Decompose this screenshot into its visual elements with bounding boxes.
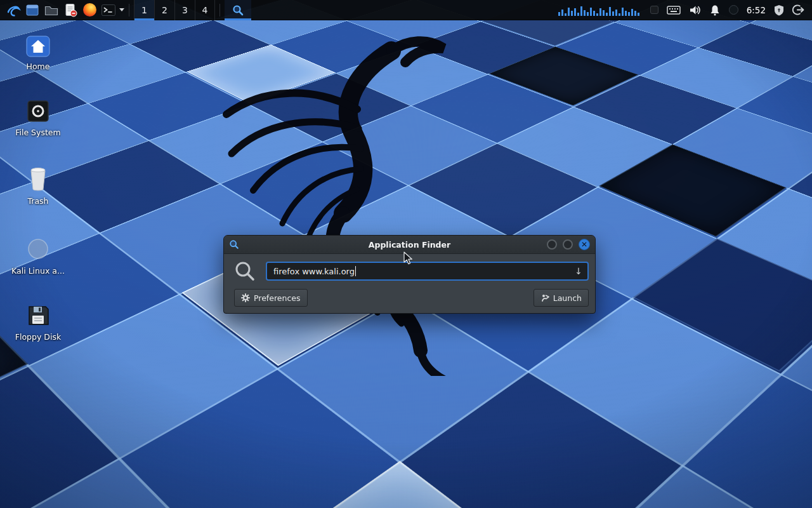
window-icon bbox=[229, 239, 239, 250]
panel-separator bbox=[129, 4, 129, 17]
logout-icon[interactable] bbox=[792, 4, 804, 16]
desktop-icon-filesystem[interactable]: File System bbox=[8, 99, 69, 137]
taskbar-application-finder-button[interactable] bbox=[225, 0, 251, 20]
kali-ghost-icon bbox=[25, 236, 51, 262]
power-manager-icon[interactable] bbox=[729, 5, 738, 15]
application-finder-window: Application Finder ✕ firefox www.kali.or… bbox=[223, 235, 596, 314]
folder-launcher[interactable] bbox=[42, 1, 61, 20]
terminal-launcher[interactable] bbox=[99, 1, 118, 20]
dropdown-arrow-icon[interactable]: ↓ bbox=[575, 266, 582, 276]
kali-dragon-logo bbox=[168, 33, 574, 376]
audio-visualizer-graph bbox=[558, 4, 642, 16]
firefox-launcher[interactable] bbox=[80, 1, 99, 20]
maximize-button[interactable] bbox=[563, 239, 573, 250]
desktop-icon-label: Floppy Disk bbox=[15, 332, 61, 342]
file-system-icon bbox=[26, 99, 50, 123]
clock[interactable]: 6:52 bbox=[747, 5, 766, 15]
system-tray: 6:52 bbox=[558, 4, 808, 16]
folder-icon bbox=[44, 4, 58, 17]
kali-menu-button[interactable] bbox=[4, 1, 23, 20]
home-icon bbox=[26, 36, 50, 57]
desktop-icon-label: Home bbox=[27, 62, 50, 71]
text-editor-launcher[interactable] bbox=[61, 1, 80, 20]
launch-icon bbox=[540, 293, 549, 302]
desktop-icon-home[interactable]: Home bbox=[8, 36, 69, 71]
workspace-4[interactable]: 4 bbox=[195, 0, 215, 20]
monitor-applet-icon[interactable] bbox=[650, 6, 658, 14]
top-panel: 1 2 3 4 bbox=[0, 0, 812, 20]
dialog-body: firefox www.kali.org ↓ bbox=[224, 254, 595, 313]
terminal-icon bbox=[101, 3, 116, 17]
gear-icon bbox=[241, 293, 250, 302]
desktop-icon-kali-docs[interactable]: Kali Linux a... bbox=[8, 236, 69, 276]
desktop-icon-label: Kali Linux a... bbox=[11, 266, 65, 276]
launch-button-label: Launch bbox=[553, 293, 582, 303]
workspace-3[interactable]: 3 bbox=[174, 0, 195, 20]
launch-button[interactable]: Launch bbox=[534, 289, 589, 307]
volume-icon[interactable] bbox=[689, 4, 701, 16]
preferences-button-label: Preferences bbox=[254, 293, 301, 303]
trash-icon bbox=[27, 166, 49, 192]
file-manager-launcher[interactable] bbox=[23, 1, 42, 20]
close-button[interactable]: ✕ bbox=[579, 239, 590, 250]
desktop-icon-floppy[interactable]: Floppy Disk bbox=[8, 304, 69, 342]
floppy-disk-icon bbox=[26, 304, 50, 328]
workspace-2[interactable]: 2 bbox=[154, 0, 174, 20]
search-icon bbox=[234, 260, 256, 282]
keyboard-indicator-icon[interactable] bbox=[667, 6, 681, 15]
screen-lock-shield-icon[interactable] bbox=[774, 4, 784, 16]
desktop-icon-label: Trash bbox=[27, 196, 48, 206]
firefox-icon bbox=[83, 3, 96, 17]
command-input[interactable]: firefox www.kali.org ↓ bbox=[266, 262, 589, 281]
panel-separator bbox=[219, 4, 220, 17]
desktop-icon-label: File System bbox=[15, 128, 61, 137]
desktop-icon-trash[interactable]: Trash bbox=[8, 166, 69, 206]
file-manager-icon bbox=[25, 3, 39, 17]
desktop-root: 1 2 3 4 bbox=[0, 0, 812, 508]
close-icon: ✕ bbox=[581, 241, 587, 248]
text-editor-icon bbox=[63, 3, 77, 17]
preferences-button[interactable]: Preferences bbox=[234, 289, 308, 307]
text-caret bbox=[355, 266, 357, 276]
workspace-switcher: 1 2 3 4 bbox=[134, 0, 215, 20]
application-finder-icon bbox=[232, 4, 244, 16]
notifications-bell-icon[interactable] bbox=[709, 4, 721, 16]
window-title: Application Finder bbox=[224, 240, 595, 250]
titlebar[interactable]: Application Finder ✕ bbox=[224, 236, 595, 254]
workspace-1[interactable]: 1 bbox=[134, 0, 154, 20]
minimize-button[interactable] bbox=[547, 239, 557, 250]
terminal-dropdown-chevron-icon[interactable] bbox=[119, 8, 124, 11]
kali-logo-icon bbox=[6, 3, 21, 18]
command-input-value: firefox www.kali.org bbox=[273, 267, 355, 276]
